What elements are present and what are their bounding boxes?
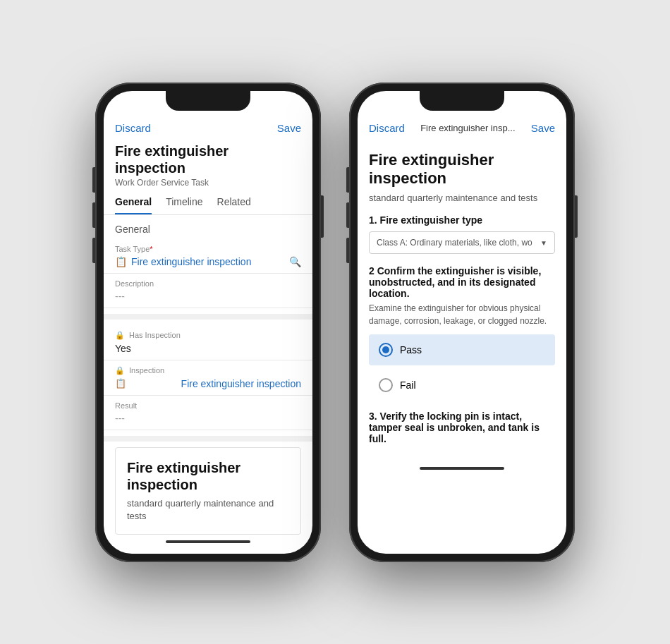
general-section: General xyxy=(104,215,312,235)
inspection-label: Inspection xyxy=(129,366,164,375)
notch-2 xyxy=(420,91,504,111)
discard-button-2[interactable]: Discard xyxy=(369,122,405,134)
has-inspection-value: Yes xyxy=(115,343,301,354)
question-2-desc: Examine the extinguisher for obvious phy… xyxy=(369,302,555,327)
option-pass[interactable]: Pass xyxy=(369,334,555,365)
description-label: Description xyxy=(115,279,301,288)
discard-button-1[interactable]: Discard xyxy=(115,122,151,134)
option-fail[interactable]: Fail xyxy=(369,370,555,401)
has-inspection-label: Has Inspection xyxy=(129,331,181,339)
question-1-dropdown[interactable]: Class A: Ordinary materials, like cloth,… xyxy=(369,231,555,254)
task-type-label: Task Type xyxy=(115,245,301,253)
lock-icon-2: 🔒 xyxy=(115,366,125,375)
page-title-1: Fire extinguisher inspection xyxy=(115,142,301,176)
preview-card: Fire extinguisher inspection standard qu… xyxy=(115,447,301,535)
nav-title-2: Fire extinguisher insp... xyxy=(420,123,515,133)
save-button-1[interactable]: Save xyxy=(277,122,301,134)
preview-desc: standard quarterly maintenance and tests xyxy=(127,497,289,523)
task-type-value[interactable]: 📋 Fire extinguisher inspection 🔍 xyxy=(115,256,301,267)
pass-label: Pass xyxy=(400,344,422,356)
section-label: General xyxy=(115,224,301,235)
nav-bar-1: Discard Save xyxy=(104,116,312,140)
radio-pass-icon xyxy=(379,343,393,357)
notch-1 xyxy=(166,91,250,111)
inspection-value-text: Fire extinguisher inspection xyxy=(181,378,301,389)
description-field: Description --- xyxy=(104,274,312,308)
result-label: Result xyxy=(115,401,301,410)
result-value: --- xyxy=(115,413,301,424)
main-title: Fire extinguisher inspection xyxy=(369,151,555,188)
tab-timeline[interactable]: Timeline xyxy=(166,196,202,214)
lock-icon-1: 🔒 xyxy=(115,331,125,340)
phone-2: Discard Fire extinguisher insp... Save F… xyxy=(349,83,575,562)
task-icon: 📋 xyxy=(115,256,127,267)
description-value: --- xyxy=(115,291,301,302)
question-2-label: 2 Confirm the extinguisher is visible, u… xyxy=(369,265,555,299)
thick-divider-1 xyxy=(104,314,312,320)
save-button-2[interactable]: Save xyxy=(531,122,555,134)
tab-general[interactable]: General xyxy=(115,196,152,214)
home-indicator-2 xyxy=(420,467,504,470)
phone-1: Discard Save Fire extinguisher inspectio… xyxy=(95,83,321,562)
dropdown-placeholder: Class A: Ordinary materials, like cloth,… xyxy=(377,238,532,248)
thick-divider-2 xyxy=(104,436,312,442)
search-icon[interactable]: 🔍 xyxy=(289,256,301,267)
question-1-label: 1. Fire extinguisher type xyxy=(369,214,555,226)
chevron-down-icon: ▼ xyxy=(540,239,547,247)
radio-fail-icon xyxy=(379,378,393,392)
preview-title: Fire extinguisher inspection xyxy=(127,459,289,493)
task-type-field: Task Type 📋 Fire extinguisher inspection… xyxy=(104,239,312,274)
has-inspection-field: 🔒 Has Inspection Yes xyxy=(104,325,312,360)
fail-label: Fail xyxy=(400,379,416,391)
tabs-1: General Timeline Related xyxy=(104,190,312,215)
inspection-task-icon: 📋 xyxy=(115,378,126,389)
nav-bar-2: Discard Fire extinguisher insp... Save xyxy=(358,116,566,140)
main-desc: standard quarterly maintenance and tests xyxy=(369,192,555,205)
page-header-1: Fire extinguisher inspection Work Order … xyxy=(104,140,312,190)
tab-related[interactable]: Related xyxy=(217,196,251,214)
question-3-label: 3. Verify the locking pin is intact, tam… xyxy=(369,411,555,444)
page-subtitle-1: Work Order Service Task xyxy=(115,178,301,188)
inspection-value[interactable]: 📋 Fire extinguisher inspection xyxy=(115,378,301,389)
home-indicator-1 xyxy=(166,540,250,543)
inspection-field: 🔒 Inspection 📋 Fire extinguisher inspect… xyxy=(104,360,312,396)
question-3: 3. Verify the locking pin is intact, tam… xyxy=(369,411,555,444)
question-2: 2 Confirm the extinguisher is visible, u… xyxy=(369,265,555,401)
main-content: Fire extinguisher inspection standard qu… xyxy=(358,140,566,462)
question-1: 1. Fire extinguisher type Class A: Ordin… xyxy=(369,214,555,254)
result-field: Result --- xyxy=(104,396,312,430)
task-type-text: Fire extinguisher inspection xyxy=(131,256,251,267)
